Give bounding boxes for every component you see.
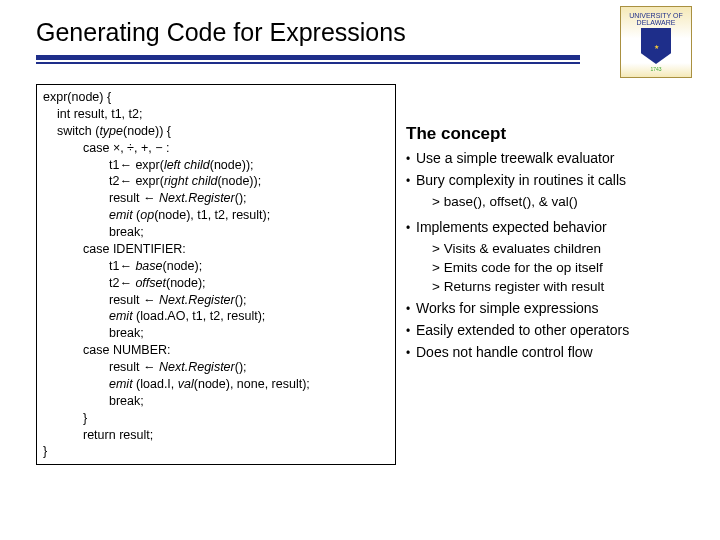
bullet-item: •Does not handle control flow <box>406 344 700 362</box>
bullet-item: •Easily extended to other operators <box>406 322 700 340</box>
code-line: result ← Next.Register(); <box>43 359 389 376</box>
logo-year: 1743 <box>650 66 661 72</box>
bullet-item: •Implements expected behavior <box>406 219 700 237</box>
code-line: expr(node) { <box>43 89 389 106</box>
logo-shield-icon: ★ <box>641 28 671 64</box>
code-line: t1← base(node); <box>43 258 389 275</box>
code-line: t1← expr(left child(node)); <box>43 157 389 174</box>
code-line: case NUMBER: <box>43 342 389 359</box>
bullet-item: •Use a simple treewalk evaluator <box>406 150 700 168</box>
code-line: switch (type(node)) { <box>43 123 389 140</box>
logo-top-text: UNIVERSITY OF <box>629 12 683 19</box>
code-line: case ×, ÷, +, − : <box>43 140 389 157</box>
code-line: return result; <box>43 427 389 444</box>
code-line: case IDENTIFIER: <box>43 241 389 258</box>
sub-item: > Returns register with result <box>432 279 700 294</box>
university-logo: UNIVERSITY OF DELAWARE ★ 1743 <box>620 6 692 78</box>
sub-item: > Visits & evaluates children <box>432 241 700 256</box>
code-line: break; <box>43 393 389 410</box>
code-line: int result, t1, t2; <box>43 106 389 123</box>
code-line: break; <box>43 325 389 342</box>
bullet-item: •Bury complexity in routines it calls <box>406 172 700 190</box>
logo-bottom-text: DELAWARE <box>637 19 676 26</box>
code-listing: expr(node) { int result, t1, t2; switch … <box>36 84 396 465</box>
code-line: t2← offset(node); <box>43 275 389 292</box>
bullet-item: •Works for simple expressions <box>406 300 700 318</box>
code-line: break; <box>43 224 389 241</box>
code-line: result ← Next.Register(); <box>43 190 389 207</box>
slide-title: Generating Code for Expressions <box>36 18 700 47</box>
code-line: emit (op(node), t1, t2, result); <box>43 207 389 224</box>
code-line: t2← expr(right child(node)); <box>43 173 389 190</box>
concept-heading: The concept <box>406 124 700 144</box>
concept-panel: The concept •Use a simple treewalk evalu… <box>406 84 700 465</box>
code-line: emit (load.AO, t1, t2, result); <box>43 308 389 325</box>
code-line: emit (load.I, val(node), none, result); <box>43 376 389 393</box>
code-line: } <box>43 443 389 460</box>
title-rule <box>36 55 580 64</box>
sub-item: > Emits code for the op itself <box>432 260 700 275</box>
code-line: } <box>43 410 389 427</box>
code-line: result ← Next.Register(); <box>43 292 389 309</box>
sub-item: > base(), offset(), & val() <box>432 194 700 209</box>
